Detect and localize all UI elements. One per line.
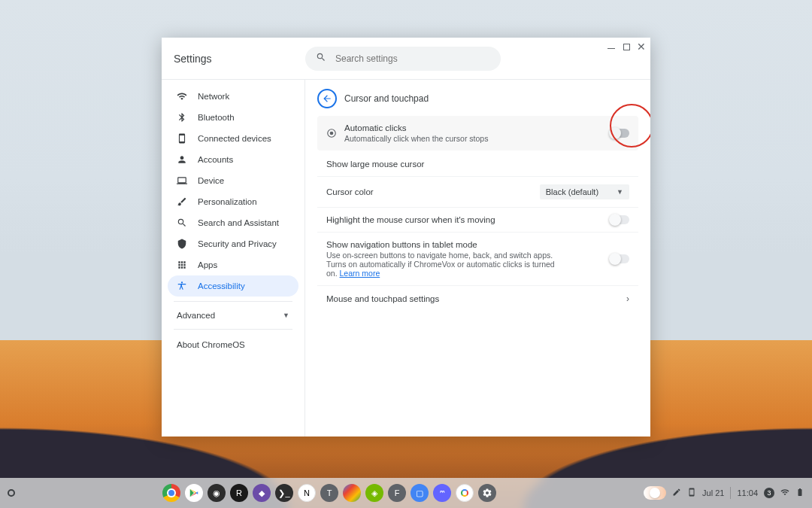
page-title: Settings <box>174 53 305 65</box>
settings-window: ✕ Settings Network Bluetooth Connected d… <box>162 38 650 437</box>
app-chrome[interactable] <box>162 484 180 502</box>
row-subtitle: Automatically click when the cursor stop… <box>344 134 488 143</box>
launcher-button[interactable] <box>8 489 15 497</box>
learn-more-link[interactable]: Learn more <box>340 269 380 278</box>
sidebar-item-network[interactable]: Network <box>168 86 298 107</box>
search-icon <box>316 52 326 65</box>
topbar: Settings <box>162 38 650 80</box>
window-close-button[interactable]: ✕ <box>637 42 646 51</box>
row-highlight-cursor: Highlight the mouse cursor when it's mov… <box>317 208 638 233</box>
sidebar-item-security-privacy[interactable]: Security and Privacy <box>168 233 298 254</box>
sidebar-item-bluetooth[interactable]: Bluetooth <box>168 107 298 128</box>
sidebar-item-label: Security and Privacy <box>198 239 277 248</box>
separator <box>730 487 731 499</box>
app-blue-square[interactable]: ▢ <box>411 484 429 502</box>
phone-icon[interactable] <box>687 488 696 498</box>
window-controls: ✕ <box>607 42 646 51</box>
window-maximize-button[interactable] <box>622 42 631 51</box>
app-notion[interactable]: N <box>298 484 316 502</box>
search-input[interactable] <box>335 53 490 64</box>
brush-icon <box>177 196 187 207</box>
sidebar-item-label: Device <box>198 176 224 185</box>
sidebar-item-apps[interactable]: Apps <box>168 254 298 275</box>
shelf-apps: ◉ R ◆ ❯_ N T ◈ F ▢ ᵐ <box>21 484 638 502</box>
chevron-right-icon: › <box>626 294 629 304</box>
row-title: Show navigation buttons in tablet mode <box>326 240 567 249</box>
app-purple[interactable]: ◆ <box>253 484 271 502</box>
row-title: Show large mouse cursor <box>326 160 424 169</box>
devices-icon <box>177 133 187 144</box>
app-generic-dark[interactable]: ◉ <box>208 484 226 502</box>
advanced-label: Advanced <box>177 311 215 320</box>
tray-date: Jul 21 <box>702 488 724 497</box>
row-subtitle: Use on-screen buttons to navigate home, … <box>326 251 567 278</box>
divider <box>174 329 292 330</box>
chevron-down-icon: ▼ <box>283 312 289 319</box>
accessibility-icon <box>177 281 187 291</box>
sidebar-item-label: Accounts <box>198 155 233 164</box>
search-box[interactable] <box>305 47 501 71</box>
shelf: ◉ R ◆ ❯_ N T ◈ F ▢ ᵐ Jul 21 11:04 3 <box>0 478 812 508</box>
row-cursor-color: Cursor color Black (default) ▼ <box>317 177 638 208</box>
wifi-tray-icon[interactable] <box>780 488 789 498</box>
row-automatic-clicks[interactable]: Automatic clicks Automatically click whe… <box>317 116 638 151</box>
breadcrumb: Cursor and touchpad <box>317 89 638 108</box>
sidebar-item-personalization[interactable]: Personalization <box>168 191 298 212</box>
sidebar-item-label: Connected devices <box>198 134 271 143</box>
bluetooth-icon <box>177 112 187 123</box>
sidebar-item-accessibility[interactable]: Accessibility <box>168 275 298 297</box>
chevron-down-icon: ▼ <box>617 188 623 196</box>
sidebar-about[interactable]: About ChromeOS <box>168 334 298 355</box>
apps-icon <box>177 260 187 270</box>
annotation-circle <box>610 104 650 148</box>
app-letter-r[interactable]: R <box>230 484 248 502</box>
app-colorful[interactable] <box>343 484 361 502</box>
person-icon <box>177 154 187 165</box>
sidebar-item-label: Personalization <box>198 197 257 206</box>
sidebar-item-label: Accessibility <box>198 281 245 291</box>
sidebar-item-label: Search and Assistant <box>198 218 279 227</box>
row-title: Cursor color <box>326 187 374 196</box>
automatic-clicks-toggle[interactable] <box>610 129 629 138</box>
row-tablet-nav: Show navigation buttons in tablet mode U… <box>317 233 638 286</box>
content-pane: Cursor and touchpad Automatic clicks Aut… <box>304 80 650 437</box>
app-letter-f[interactable]: F <box>388 484 406 502</box>
app-letter-t[interactable]: T <box>320 484 338 502</box>
shield-icon <box>177 239 187 249</box>
sidebar-item-connected-devices[interactable]: Connected devices <box>168 128 298 149</box>
row-large-cursor[interactable]: Show large mouse cursor <box>317 152 638 177</box>
back-button[interactable] <box>317 89 337 108</box>
notification-badge-icon[interactable]: 3 <box>764 488 774 498</box>
app-terminal[interactable]: ❯_ <box>275 484 293 502</box>
target-icon <box>326 128 337 138</box>
pen-icon[interactable] <box>672 488 681 498</box>
highlight-cursor-toggle[interactable] <box>610 215 629 224</box>
sidebar-advanced[interactable]: Advanced ▼ <box>168 306 298 324</box>
sidebar-item-accounts[interactable]: Accounts <box>168 149 298 170</box>
row-title: Automatic clicks <box>344 123 488 132</box>
wifi-icon <box>177 91 187 102</box>
system-tray[interactable]: Jul 21 11:04 3 <box>644 486 804 500</box>
tray-toggle-pill[interactable] <box>644 486 666 500</box>
divider <box>174 301 292 302</box>
window-minimize-button[interactable] <box>607 42 616 51</box>
sidebar-item-label: Network <box>198 92 229 101</box>
select-value: Black (default) <box>546 187 598 196</box>
tray-time: 11:04 <box>737 488 758 497</box>
app-play-store[interactable] <box>185 484 203 502</box>
laptop-icon <box>177 175 187 186</box>
sidebar-item-device[interactable]: Device <box>168 170 298 191</box>
app-settings[interactable] <box>478 484 496 502</box>
sidebar-item-label: Apps <box>198 260 217 269</box>
cursor-color-select[interactable]: Black (default) ▼ <box>540 184 629 199</box>
search-icon <box>177 217 187 228</box>
sidebar-item-search-assistant[interactable]: Search and Assistant <box>168 212 298 233</box>
sidebar-item-label: Bluetooth <box>198 113 235 122</box>
app-nvidia[interactable]: ◈ <box>365 484 383 502</box>
app-mastodon[interactable]: ᵐ <box>433 484 451 502</box>
app-circle[interactable] <box>456 484 474 502</box>
sidebar: Network Bluetooth Connected devices Acco… <box>162 80 304 437</box>
battery-tray-icon[interactable] <box>795 488 804 498</box>
tablet-nav-toggle[interactable] <box>610 254 629 263</box>
row-mouse-touchpad-settings[interactable]: Mouse and touchpad settings › <box>317 286 638 312</box>
